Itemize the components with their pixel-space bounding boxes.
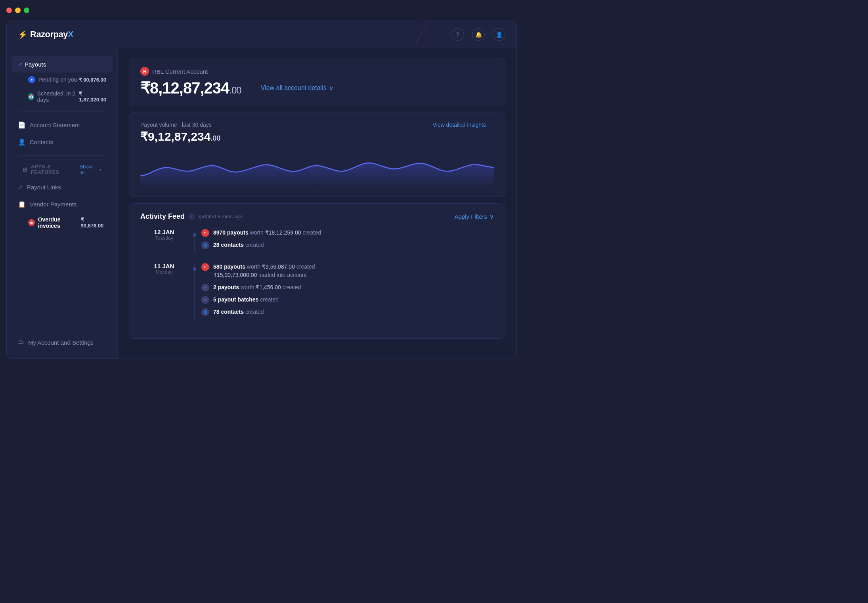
divider-2 (19, 155, 105, 156)
help-icon[interactable]: ? (451, 28, 464, 41)
balance-main: ₹8,12,87,234 (140, 79, 229, 97)
overdue-bold: Overdue invoices (38, 216, 61, 229)
razorpay-icon-jan12: R (201, 229, 209, 237)
chart-container (140, 148, 494, 188)
contacts-icon-jan11: 👤 (201, 308, 209, 316)
right-content: R RBL Current Account ₹8,12,87,234.00 Vi… (118, 48, 516, 359)
apps-features-text: APPS & FEATURES (31, 164, 79, 175)
top-header: ⚡ RazorpayX ? 🔔 👤 (7, 21, 516, 48)
info-icon: i (189, 214, 195, 220)
sidebar-bottom: 🗂 My Account and Settings (7, 324, 117, 351)
sidebar-subitem-pending[interactable]: ● Pending on you ₹ 90,876.00 (11, 73, 113, 87)
sidebar-item-contacts[interactable]: 👤 Contacts (11, 134, 113, 151)
event-text-8970: 8970 payouts worth ₹18,12,259.00 created (213, 229, 321, 237)
sidebar-payouts-section: ↗ Payouts ● Pending on you ₹ 90,876.00 📅… (7, 56, 117, 233)
events-jan11: R 580 payouts worth ₹9,56,087.00 created… (201, 263, 494, 320)
chart-card: Payout volume - last 30 days ₹9,12,87,23… (129, 113, 505, 197)
activity-updated: i updated 8 mins ago (189, 214, 243, 220)
timeline-dot-jan11 (193, 267, 196, 271)
activity-header: Activity Feed i updated 8 mins ago Apply… (140, 212, 494, 221)
logo-lightning-icon: ⚡ (18, 30, 28, 39)
chart-value-decimal: .00 (210, 134, 220, 142)
pending-amount: ₹ 90,876.00 (79, 77, 106, 83)
payouts-count-2: 2 payouts (213, 284, 239, 290)
razorpay-icon-jan11: R (201, 263, 209, 271)
event-created-580: created (296, 263, 315, 270)
overdue-label: Overdue invoices (38, 216, 81, 229)
svg-line-0 (413, 21, 429, 48)
event-created-8970: created (302, 229, 321, 236)
event-amount-8970: ₹18,12,259.00 (265, 229, 301, 236)
sidebar-item-payout-links[interactable]: ↗ Payout Links (11, 179, 113, 196)
vendor-payments-icon: 📋 (18, 200, 26, 208)
minimize-button[interactable] (15, 8, 21, 13)
chart-header: Payout volume - last 30 days ₹9,12,87,23… (140, 122, 494, 143)
view-account-details-button[interactable]: View all account details ∨ (261, 84, 334, 92)
event-created-2: created (283, 284, 301, 290)
activity-date-jan11: 11 JAN Monday (140, 263, 188, 320)
app-window: ⚡ RazorpayX ? 🔔 👤 ↗ Payouts (6, 21, 517, 359)
event-loaded-amount: ₹15,90,73,000.00 (213, 272, 257, 278)
scheduled-label: Scheduled, in 2 days (37, 90, 79, 103)
filters-chevron-icon: ∨ (489, 213, 494, 220)
pending-label: Pending on you (38, 76, 77, 83)
chart-value: ₹9,12,87,234.00 (140, 130, 221, 143)
notifications-icon[interactable]: 🔔 (472, 28, 485, 41)
user-icon[interactable]: 👤 (493, 28, 505, 41)
sidebar-item-settings[interactable]: 🗂 My Account and Settings (11, 334, 113, 351)
timeline-jan11 (194, 264, 195, 320)
pending-left: ● Pending on you (28, 76, 77, 83)
chevron-down-icon: ∨ (329, 84, 334, 92)
event-amount-2: ₹1,456.00 (256, 284, 281, 290)
timeline-dot-jan12 (193, 233, 196, 237)
event-worth-580: worth (247, 263, 262, 270)
events-jan12: R 8970 payouts worth ₹18,12,259.00 creat… (201, 229, 494, 253)
event-28-contacts: 👤 28 contacts created (201, 241, 494, 249)
account-statement-icon: 📄 (18, 121, 26, 129)
logo-text: RazorpayX (30, 29, 73, 40)
payout-links-label: Payout Links (27, 184, 61, 191)
pending-dot: ● (28, 76, 35, 83)
event-5-batches: ↗ 5 payout batches created (201, 296, 494, 304)
event-created-78: created (245, 309, 264, 315)
sidebar-item-payouts[interactable]: ↗ Payouts (11, 56, 113, 73)
sidebar-subitem-scheduled[interactable]: 📅 Scheduled, in 2 days ₹ 1,87,020.00 (11, 87, 113, 107)
apply-filters-button[interactable]: Apply Filters ∨ (454, 213, 494, 220)
event-worth-8970: worth (250, 229, 265, 236)
timeline-jan12 (194, 230, 195, 253)
maximize-button[interactable] (24, 8, 29, 13)
day-monday: Monday (140, 269, 188, 275)
account-card: R RBL Current Account ₹8,12,87,234.00 Vi… (129, 58, 505, 106)
scheduled-left: 📅 Scheduled, in 2 days (28, 90, 79, 103)
event-amount-580: ₹9,56,087.00 (262, 263, 295, 270)
settings-icon: 🗂 (18, 339, 24, 346)
chart-title: Payout volume - last 30 days (140, 122, 221, 128)
overdue-left: ⏰ Overdue invoices (28, 216, 81, 229)
chart-info: Payout volume - last 30 days ₹9,12,87,23… (140, 122, 221, 143)
logo-x: X (68, 29, 73, 39)
event-78-contacts: 👤 78 contacts created (201, 308, 494, 316)
apps-grid-icon: ⊞ (23, 166, 28, 173)
event-8970-payouts: R 8970 payouts worth ₹18,12,259.00 creat… (201, 229, 494, 237)
bank-name: RBL Current Account (152, 68, 208, 75)
event-text-78: 78 contacts created (213, 308, 264, 316)
event-created-28: created (245, 242, 264, 248)
sidebar-item-vendor-payments[interactable]: 📋 Vendor Payments (11, 196, 113, 213)
vendor-payments-label: Vendor Payments (30, 201, 76, 208)
view-insights-button[interactable]: View detailed insights → (433, 122, 494, 128)
overdue-dot: ⏰ (28, 219, 35, 226)
event-loaded-text: loaded into account (258, 272, 306, 278)
event-text-2: 2 payouts worth ₹1,456.00 created (213, 283, 301, 292)
diagonal-decoration (405, 21, 437, 48)
event-text-580: 580 payouts worth ₹9,56,087.00 created ₹… (213, 263, 315, 279)
show-all-button[interactable]: Show all › (79, 164, 101, 176)
arrow-right-icon: → (488, 122, 494, 128)
payout-links-icon: ↗ (18, 183, 23, 191)
apps-label: ⊞ APPS & FEATURES (23, 164, 79, 175)
close-button[interactable] (6, 8, 12, 13)
event-2-payouts: ✕ 2 payouts worth ₹1,456.00 created (201, 283, 494, 292)
payouts-label: Payouts (25, 61, 46, 68)
batch-icon-jan11: ↗ (201, 296, 209, 304)
sidebar-item-account-statement[interactable]: 📄 Account Statement (11, 116, 113, 134)
sidebar-subitem-overdue[interactable]: ⏰ Overdue invoices ₹ 90,876.00 (11, 213, 113, 233)
